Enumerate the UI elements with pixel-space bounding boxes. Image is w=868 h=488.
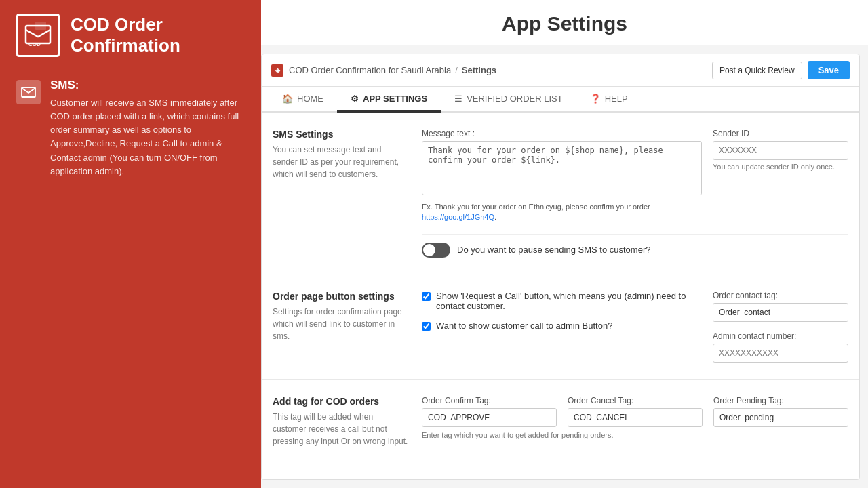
main-content: App Settings ◈ COD Order Confirmation fo… <box>261 0 868 488</box>
breadcrumb-current: Settings <box>462 65 496 75</box>
order-button-section-right: Show 'Request a Call' button, which mean… <box>422 291 848 363</box>
top-bar-actions: Post a Quick Review Save <box>712 61 850 79</box>
example-text: Ex. Thank you for your order on Ethnicyu… <box>422 202 702 223</box>
breadcrumb: ◈ COD Order Confirmation for Saudi Arabi… <box>271 64 496 77</box>
sms-label: SMS: <box>50 79 245 92</box>
quick-review-button[interactable]: Post a Quick Review <box>712 62 802 79</box>
tab-app-settings-label: APP SETTINGS <box>363 94 427 104</box>
pause-sms-toggle-row: Do you want to pause sending SMS to cust… <box>422 234 848 258</box>
sms-settings-grid: Message text : Thank you for your order … <box>422 129 848 223</box>
customer-call-checkbox[interactable] <box>422 322 431 331</box>
tag-pending-note: Enter tag which you want to get added fo… <box>422 431 848 439</box>
customer-call-checkbox-row: Want to show customer call to admin Butt… <box>422 321 699 331</box>
tag-section-left: Add tag for COD orders This tag will be … <box>273 396 408 447</box>
breadcrumb-separator: / <box>455 65 458 75</box>
tab-help-label: HELP <box>605 94 628 104</box>
order-confirm-tag-input[interactable] <box>422 408 557 427</box>
order-contact-tag-label: Order contact tag: <box>713 291 848 300</box>
pause-sms-toggle[interactable] <box>422 243 450 258</box>
admin-contact-number-label: Admin contact number: <box>713 331 848 341</box>
breadcrumb-app-icon: ◈ <box>271 64 283 77</box>
message-text-label: Message text : <box>422 129 702 138</box>
order-button-section-desc: Settings for order confirmation page whi… <box>273 306 408 342</box>
request-call-checkbox-row: Show 'Request a Call' button, which mean… <box>422 291 699 311</box>
sms-description: Customer will receive an SMS immediately… <box>50 96 245 178</box>
order-settings-inputs: Order contact tag: Admin contact number: <box>713 291 848 363</box>
sms-text-block: SMS: Customer will receive an SMS immedi… <box>50 79 245 178</box>
order-settings-checkboxes: Show 'Request a Call' button, which mean… <box>422 291 699 363</box>
sender-id-wrapper: Sender ID You can update sender ID only … <box>713 129 848 223</box>
breadcrumb-app-name: COD Order Confirmation for Saudi Arabia <box>289 65 451 75</box>
sms-envelope-icon <box>16 80 41 104</box>
sender-id-label: Sender ID <box>713 129 848 138</box>
admin-contact-number-input[interactable] <box>713 344 848 363</box>
request-call-label: Show 'Request a Call' button, which mean… <box>436 291 699 311</box>
sms-settings-title: SMS Settings <box>273 129 408 140</box>
tab-help[interactable]: ❓ HELP <box>576 87 642 113</box>
tab-app-settings[interactable]: ⚙ APP SETTINGS <box>337 87 441 113</box>
message-text-input[interactable]: Thank you for your order on ${shop_name}… <box>422 141 702 195</box>
top-bar: ◈ COD Order Confirmation for Saudi Arabi… <box>262 54 859 87</box>
tag-inputs-grid: Order Confirm Tag: Order Cancel Tag: Ord… <box>422 396 848 427</box>
tag-section: Add tag for COD orders This tag will be … <box>262 380 859 464</box>
content-panel: ◈ COD Order Confirmation for Saudi Arabi… <box>261 54 860 480</box>
help-icon: ❓ <box>590 94 601 104</box>
svg-rect-1 <box>35 22 46 30</box>
order-contact-tag-input[interactable] <box>713 303 848 322</box>
order-cancel-tag-input[interactable] <box>568 408 703 427</box>
app-icon: COD <box>16 14 60 57</box>
tab-home[interactable]: 🏠 HOME <box>269 87 337 113</box>
list-icon: ☰ <box>454 94 462 104</box>
order-pending-tag-input[interactable] <box>713 408 848 427</box>
save-button[interactable]: Save <box>808 61 850 79</box>
order-button-section-left: Order page button settings Settings for … <box>273 291 408 363</box>
order-pending-tag-field: Order Pending Tag: <box>713 396 848 427</box>
tab-verified-order-list[interactable]: ☰ VERIFIED ORDER LIST <box>441 87 576 113</box>
example-link[interactable]: https://goo.gl/1JGh4Q <box>422 213 494 221</box>
sidebar: COD COD Order Confirmation SMS: Customer… <box>0 0 261 488</box>
request-call-checkbox[interactable] <box>422 292 431 301</box>
order-cancel-tag-label: Order Cancel Tag: <box>568 396 703 405</box>
message-text-wrapper: Message text : Thank you for your order … <box>422 129 702 223</box>
sender-id-input[interactable] <box>713 141 848 160</box>
order-button-section-title: Order page button settings <box>273 291 408 302</box>
sender-id-note: You can update sender ID only once. <box>713 163 848 171</box>
settings-icon: ⚙ <box>351 94 359 104</box>
sidebar-title: COD Order Confirmation <box>71 14 245 56</box>
order-confirm-tag-label: Order Confirm Tag: <box>422 396 557 405</box>
order-pending-tag-label: Order Pending Tag: <box>713 396 848 405</box>
order-button-section: Order page button settings Settings for … <box>262 274 859 380</box>
tab-home-label: HOME <box>297 94 323 104</box>
sidebar-sms-section: SMS: Customer will receive an SMS immedi… <box>16 79 245 178</box>
nav-tabs: 🏠 HOME ⚙ APP SETTINGS ☰ VERIFIED ORDER L… <box>262 87 859 113</box>
customer-call-label: Want to show customer call to admin Butt… <box>436 321 612 331</box>
tab-verified-order-list-label: VERIFIED ORDER LIST <box>467 94 563 104</box>
sms-settings-right: Message text : Thank you for your order … <box>422 129 848 258</box>
sms-settings-desc: You can set message text and sender ID a… <box>273 144 408 180</box>
svg-text:COD: COD <box>28 41 41 47</box>
sms-settings-section: SMS Settings You can set message text an… <box>262 113 859 274</box>
order-cancel-tag-field: Order Cancel Tag: <box>568 396 703 427</box>
pause-sms-label: Do you want to pause sending SMS to cust… <box>457 245 650 255</box>
sms-settings-left: SMS Settings You can set message text an… <box>273 129 408 258</box>
app-settings-title: App Settings <box>261 12 868 35</box>
tag-section-desc: This tag will be added when customer rec… <box>273 411 408 447</box>
toggle-knob <box>423 244 435 256</box>
tag-section-title: Add tag for COD orders <box>273 396 408 407</box>
tag-section-right: Order Confirm Tag: Order Cancel Tag: Ord… <box>422 396 848 447</box>
sidebar-header: COD COD Order Confirmation <box>16 14 245 57</box>
order-settings-grid: Show 'Request a Call' button, which mean… <box>422 291 848 363</box>
home-icon: 🏠 <box>282 94 293 104</box>
order-confirm-tag-field: Order Confirm Tag: <box>422 396 557 427</box>
app-settings-header: App Settings <box>261 0 868 45</box>
